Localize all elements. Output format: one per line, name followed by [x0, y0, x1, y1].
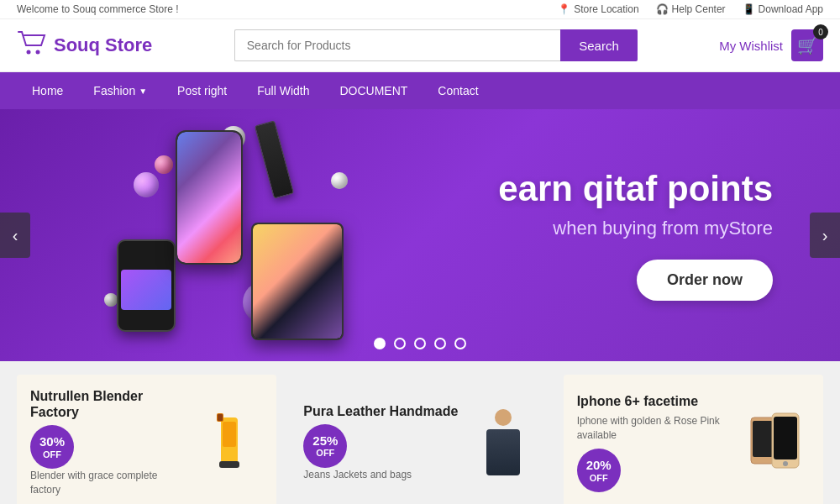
search-input[interactable] — [234, 29, 560, 61]
nav-item-post-right[interactable]: Post right — [162, 72, 242, 109]
product-badge-blender: 30% OFF — [30, 425, 74, 469]
device-flip-phone — [117, 239, 176, 332]
product-card-info-leather: Pura Leather Handmade 25% OFF Jeans Jack… — [303, 403, 460, 482]
product-name-blender: Nutrullen Blender Factory — [30, 388, 187, 420]
product-desc-iphone: Iphone with golden & Rose Pink available — [577, 414, 734, 443]
banner-prev-button[interactable]: ‹ — [0, 213, 30, 258]
iphone-svg — [747, 409, 806, 476]
decorative-ball-pink — [134, 172, 159, 197]
hero-banner: ‹ — [0, 109, 840, 361]
decorative-ball-white2 — [331, 172, 348, 189]
svg-rect-8 — [753, 421, 773, 457]
product-badge-iphone: 20% OFF — [577, 449, 621, 492]
svg-point-1 — [36, 50, 40, 54]
nav-item-document[interactable]: DOCUMENT — [324, 72, 423, 109]
product-card-leather[interactable]: Pura Leather Handmade 25% OFF Jeans Jack… — [290, 375, 549, 504]
search-button[interactable]: Search — [560, 29, 638, 61]
product-name-leather: Pura Leather Handmade — [303, 403, 460, 419]
nav-item-fashion[interactable]: Fashion ▼ — [78, 72, 162, 109]
product-image-blender — [196, 409, 263, 476]
svg-point-11 — [783, 461, 788, 466]
banner-content: earn qitaf points when buying from mySto… — [0, 109, 840, 361]
nav-item-contact[interactable]: Contact — [423, 72, 493, 109]
top-bar-right: 📍 Store Location 🎧 Help Center 📱 Downloa… — [558, 3, 823, 15]
header: Souq Store Search My Wishlist 🛒 0 — [0, 19, 840, 72]
store-location-link[interactable]: 📍 Store Location — [558, 3, 638, 15]
svg-rect-3 — [223, 422, 236, 447]
location-icon: 📍 — [558, 3, 570, 15]
blender-svg — [204, 409, 255, 476]
welcome-text: Welcome to Souq commerce Store ! — [17, 3, 179, 15]
product-card-iphone[interactable]: Iphone 6+ facetime Iphone with golden & … — [564, 375, 823, 504]
product-card-blender[interactable]: Nutrullen Blender Factory 30% OFF Blende… — [17, 375, 276, 504]
banner-next-button[interactable]: › — [810, 213, 840, 258]
product-badge-leather: 25% OFF — [303, 424, 347, 468]
chevron-down-icon: ▼ — [139, 87, 147, 96]
person-body — [486, 429, 520, 475]
wishlist-area[interactable]: My Wishlist 🛒 0 — [719, 29, 823, 61]
cart-icon[interactable]: 🛒 0 — [791, 29, 823, 61]
svg-point-0 — [27, 50, 31, 54]
logo-text: Souq Store — [54, 34, 152, 56]
device-powerbank — [255, 120, 294, 198]
nav-item-full-width[interactable]: Full Width — [242, 72, 324, 109]
wishlist-label: My Wishlist — [719, 39, 783, 53]
person-head — [495, 409, 512, 426]
help-center-link[interactable]: 🎧 Help Center — [656, 3, 726, 15]
download-app-link[interactable]: 📱 Download App — [743, 3, 823, 15]
banner-cta-button[interactable]: Order now — [637, 260, 773, 301]
tablet-screen — [253, 224, 342, 339]
product-image-leather — [470, 409, 537, 475]
mobile-icon: 📱 — [743, 3, 755, 15]
banner-text-area: earn qitaf points when buying from mySto… — [420, 170, 773, 300]
banner-title: earn qitaf points — [420, 170, 773, 208]
product-card-info-blender: Nutrullen Blender Factory 30% OFF Blende… — [30, 388, 187, 497]
decorative-ball-pink2 — [155, 155, 173, 174]
decorative-ball-white3 — [104, 293, 118, 307]
product-name-iphone: Iphone 6+ facetime — [577, 393, 734, 409]
device-main-phone — [176, 130, 243, 265]
svg-rect-10 — [774, 417, 797, 459]
svg-rect-6 — [218, 414, 223, 421]
logo[interactable]: Souq Store — [17, 30, 152, 61]
cart-logo-icon — [17, 30, 47, 61]
top-bar: Welcome to Souq commerce Store ! 📍 Store… — [0, 0, 840, 19]
svg-rect-4 — [219, 461, 239, 468]
search-bar: Search — [234, 29, 638, 61]
headphone-icon: 🎧 — [656, 3, 669, 15]
product-desc-blender: Blender with grace complete factory — [30, 469, 187, 497]
product-card-info-iphone: Iphone 6+ facetime Iphone with golden & … — [577, 393, 734, 493]
product-desc-leather: Jeans Jackets and bags — [303, 468, 460, 482]
banner-devices — [67, 122, 385, 349]
devices-cluster — [100, 122, 352, 349]
flip-phone-screen — [121, 270, 171, 310]
banner-subtitle: when buying from myStore — [420, 218, 773, 239]
main-phone-screen — [177, 132, 241, 263]
cart-symbol: 🛒 — [797, 35, 818, 55]
product-image-iphone — [743, 409, 810, 476]
nav-item-home[interactable]: Home — [17, 72, 78, 109]
main-nav: Home Fashion ▼ Post right Full Width DOC… — [0, 72, 840, 109]
products-row: Nutrullen Blender Factory 30% OFF Blende… — [0, 361, 840, 504]
device-tablet — [251, 223, 344, 340]
cart-badge: 0 — [813, 24, 828, 39]
